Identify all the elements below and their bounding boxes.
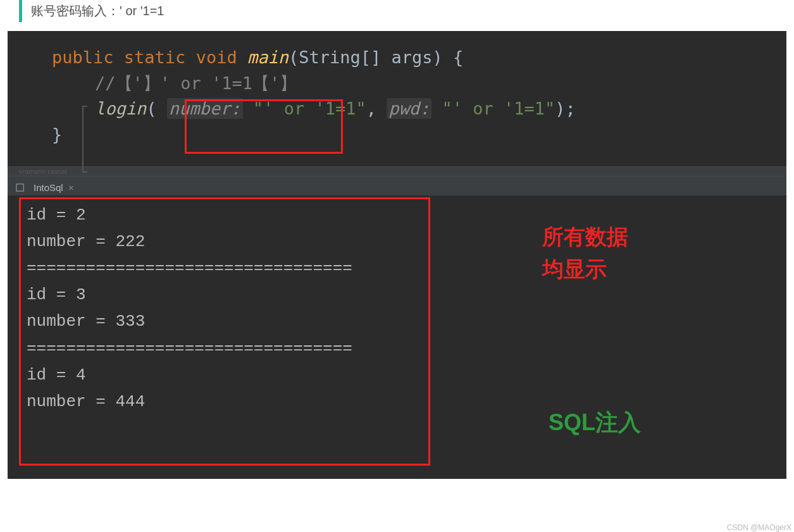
cruft-right [773,168,775,175]
keyword-public: public [52,47,114,67]
fn-main: main [247,47,288,67]
run-tool-icon [15,183,25,192]
status-strip: vramsrin rasnat [8,166,786,176]
ide-container: public static void main(String[] args) {… [8,31,786,479]
close-brace: } [52,125,62,144]
main-params: (String[] args) { [288,47,463,67]
anno-red-l2: 均显示 [542,253,628,285]
keyword-static: static [124,47,186,67]
code-line-3: login( number: "' or '1=1", pwd: "' or '… [52,96,761,122]
highlight-box-output [19,197,430,466]
annotation-red: 所有数据 均显示 [542,221,628,285]
highlight-box-code [185,99,343,154]
param-pwd: pwd: [387,98,431,119]
cruft-left: vramsrin rasnat [19,168,67,175]
tab-intosql[interactable]: IntoSql × [28,180,79,195]
comma: , [366,99,387,118]
editor-pane: public static void main(String[] args) {… [8,31,786,166]
code-line-2: //【'】' or '1=1【'】 [52,71,761,97]
keyword-void: void [196,47,237,67]
watermark: CSDN @MAOgerX [727,523,791,532]
string-pwd: "' or '1=1" [442,99,555,118]
open-paren: ( [146,99,167,118]
anno-red-l1: 所有数据 [542,221,628,253]
close-icon[interactable]: × [68,182,74,193]
code-line-1: public static void main(String[] args) { [52,45,761,71]
output-pane: id = 2 number = 222 ====================… [8,195,786,479]
fold-gutter [82,106,87,173]
annotation-green: SQL注入 [549,404,641,441]
svg-rect-0 [16,184,23,191]
comment-line: //【'】' or '1=1【'】 [95,73,297,93]
tab-label: IntoSql [34,182,63,193]
quote-text: 账号密码输入：' or '1=1 [31,4,164,18]
code-line-4: } [52,122,761,148]
run-tabs: IntoSql × [8,176,786,195]
call-end: ); [555,99,576,118]
fn-login: login [95,99,146,118]
quote-block: 账号密码输入：' or '1=1 [19,0,775,22]
